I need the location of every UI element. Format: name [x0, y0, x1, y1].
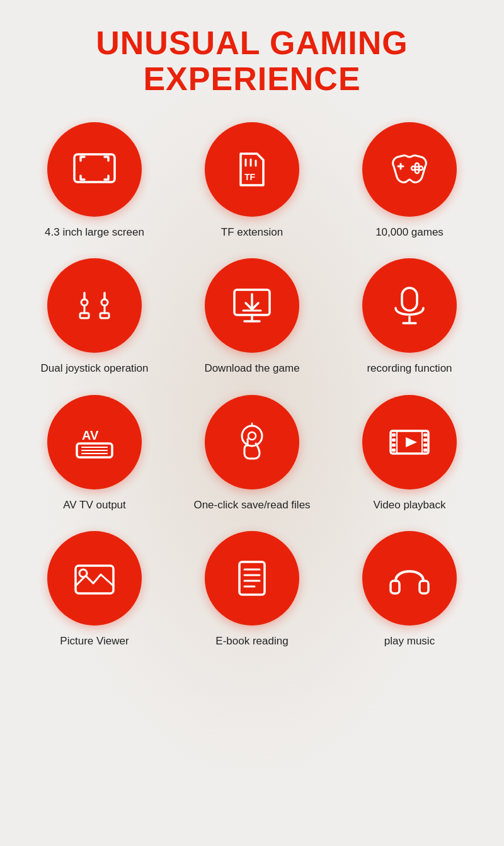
page-title: UNUSUAL GAMING EXPERIENCE	[13, 25, 491, 97]
screen-icon	[69, 144, 120, 195]
label-joystick: Dual joystick operation	[40, 362, 148, 375]
svg-rect-53	[391, 581, 399, 593]
feature-save-files: One-click save/read files	[176, 395, 328, 512]
page-content: UNUSUAL GAMING EXPERIENCE 4.3 inch large…	[0, 0, 504, 673]
circle-video	[362, 395, 457, 489]
label-ebook: E-book reading	[215, 634, 288, 648]
svg-point-33	[248, 432, 256, 440]
svg-rect-37	[392, 433, 396, 437]
picture-icon	[69, 553, 120, 603]
svg-rect-40	[392, 449, 396, 452]
svg-rect-24	[402, 288, 417, 311]
svg-rect-41	[423, 433, 427, 437]
label-recording: recording function	[367, 362, 452, 375]
video-icon	[384, 417, 435, 467]
feature-games: 10,000 games	[334, 122, 485, 239]
touch-icon	[227, 417, 277, 467]
microphone-icon	[384, 280, 435, 331]
circle-large-screen	[47, 122, 142, 217]
av-icon: AV	[69, 417, 120, 467]
label-video: Video playback	[374, 498, 446, 512]
svg-rect-39	[392, 443, 396, 447]
circle-save-files	[205, 395, 299, 489]
feature-video: Video playback	[334, 395, 485, 512]
svg-rect-38	[392, 438, 396, 442]
circle-games	[362, 122, 457, 217]
svg-point-10	[415, 169, 419, 173]
feature-ebook: E-book reading	[176, 531, 328, 648]
circle-av-output: AV	[47, 395, 142, 489]
svg-marker-45	[406, 437, 417, 447]
circle-joystick	[47, 258, 142, 353]
svg-rect-42	[423, 438, 427, 442]
gamepad-icon	[384, 144, 435, 195]
ebook-icon	[227, 553, 277, 603]
label-large-screen: 4.3 inch large screen	[45, 226, 144, 239]
features-grid: 4.3 inch large screen TF TF extension	[19, 122, 485, 648]
label-save-files: One-click save/read files	[193, 498, 310, 512]
feature-picture: Picture Viewer	[19, 531, 170, 648]
label-games: 10,000 games	[375, 226, 444, 239]
feature-recording: recording function	[334, 258, 485, 375]
feature-av-output: AV AV TV output	[19, 395, 170, 512]
circle-download	[205, 258, 299, 353]
label-picture: Picture Viewer	[60, 634, 129, 648]
circle-picture	[47, 531, 142, 626]
circle-music	[362, 531, 457, 626]
svg-rect-43	[423, 443, 427, 447]
label-tf-extension: TF extension	[221, 226, 283, 239]
joystick-icon	[69, 280, 120, 331]
svg-rect-54	[420, 581, 428, 593]
svg-point-9	[411, 166, 415, 170]
circle-recording	[362, 258, 457, 353]
feature-joystick: Dual joystick operation	[19, 258, 170, 375]
svg-point-7	[415, 163, 419, 167]
tf-card-icon: TF	[227, 144, 277, 195]
svg-rect-44	[423, 449, 427, 452]
svg-rect-48	[239, 562, 265, 595]
download-icon	[227, 280, 277, 331]
label-music: play music	[384, 634, 435, 648]
circle-tf-extension: TF	[205, 122, 299, 217]
feature-tf-extension: TF TF extension	[176, 122, 328, 239]
svg-text:TF: TF	[244, 172, 256, 182]
label-download: Download the game	[204, 362, 299, 375]
svg-point-32	[242, 426, 262, 446]
svg-point-8	[419, 166, 423, 170]
label-av-output: AV TV output	[63, 498, 126, 512]
svg-point-47	[79, 569, 87, 577]
headphones-icon	[384, 553, 435, 603]
feature-music: play music	[334, 531, 485, 648]
feature-large-screen: 4.3 inch large screen	[19, 122, 170, 239]
feature-download: Download the game	[176, 258, 328, 375]
circle-ebook	[205, 531, 299, 626]
svg-text:AV: AV	[82, 428, 99, 442]
